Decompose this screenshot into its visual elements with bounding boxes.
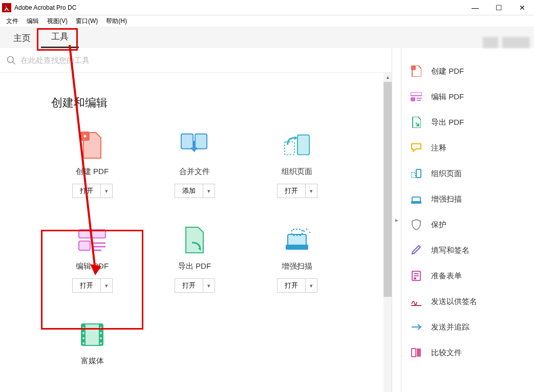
rp-send-track[interactable]: 发送并追踪	[401, 314, 534, 340]
svg-rect-33	[416, 169, 421, 178]
tool-label: 导出 PDF	[178, 262, 211, 271]
menu-view[interactable]: 视图(V)	[43, 16, 72, 27]
protect-icon	[411, 219, 422, 230]
rp-protect[interactable]: 保护	[401, 212, 534, 237]
tool-card-enhance-scan[interactable]: 增强扫描 打开 ▾	[246, 226, 348, 293]
enhance-scan-icon	[411, 193, 422, 205]
rp-item-label: 发送以供签名	[431, 297, 477, 307]
tool-center: 创建和编辑 创建 PDF 打开 ▾	[0, 48, 392, 392]
svg-rect-7	[297, 135, 309, 155]
tool-dropdown-button[interactable]: ▾	[101, 184, 113, 198]
svg-point-26	[100, 337, 102, 339]
rp-item-label: 创建 PDF	[431, 67, 464, 76]
svg-rect-29	[411, 92, 422, 96]
svg-rect-10	[79, 241, 90, 250]
enhance-scan-icon	[283, 226, 311, 254]
rp-compare-files[interactable]: 比较文件	[401, 340, 534, 365]
organize-pages-icon	[411, 168, 422, 179]
tool-open-button[interactable]: 打开	[72, 278, 101, 293]
tab-home[interactable]: 主页	[3, 28, 41, 48]
tool-grid: 创建 PDF 打开 ▾ 合并文件 添加 ▾	[0, 116, 369, 378]
svg-rect-30	[411, 97, 415, 101]
svg-rect-9	[79, 230, 105, 238]
send-signature-icon	[411, 296, 422, 307]
svg-rect-40	[414, 277, 416, 279]
svg-point-24	[100, 327, 102, 329]
rp-export-pdf[interactable]: 导出 PDF	[401, 110, 534, 135]
tool-open-button[interactable]: 打开	[72, 184, 101, 198]
rp-item-label: 比较文件	[431, 348, 462, 358]
edit-pdf-icon	[78, 226, 106, 254]
tool-dropdown-button[interactable]: ▾	[203, 278, 215, 293]
svg-point-25	[100, 332, 102, 334]
close-button[interactable]: ✕	[510, 1, 534, 15]
compare-files-icon	[411, 347, 422, 358]
tool-label: 创建 PDF	[76, 167, 109, 177]
svg-rect-44	[417, 349, 421, 357]
account-label[interactable]	[502, 37, 530, 48]
edit-pdf-icon	[411, 91, 422, 102]
svg-point-22	[82, 337, 84, 339]
tool-card-export-pdf[interactable]: 导出 PDF 打开 ▾	[143, 226, 246, 293]
rp-enhance-scan[interactable]: 增强扫描	[401, 186, 534, 212]
rp-fill-sign[interactable]: 填写和签名	[401, 237, 534, 263]
rp-item-label: 填写和签名	[431, 246, 469, 255]
menu-edit[interactable]: 编辑	[23, 16, 43, 27]
tool-add-button[interactable]: 添加	[175, 184, 203, 198]
vertical-scrollbar[interactable]: ▴	[383, 73, 392, 392]
search-bar	[0, 48, 392, 73]
rp-comment[interactable]: 注释	[401, 135, 534, 161]
svg-rect-28	[411, 66, 416, 70]
maximize-button[interactable]: ☐	[487, 1, 510, 15]
minimize-button[interactable]: —	[463, 1, 487, 15]
rp-item-label: 准备表单	[431, 271, 462, 281]
rp-organize-pages[interactable]: 组织页面	[401, 161, 534, 186]
tool-card-edit-pdf[interactable]: 编辑 PDF 打开 ▾	[41, 226, 143, 293]
tool-label: 组织页面	[282, 167, 312, 177]
tool-open-button[interactable]: 打开	[175, 278, 203, 293]
chevron-right-icon: ▸	[395, 216, 398, 224]
fill-sign-icon	[411, 245, 422, 256]
rp-edit-pdf[interactable]: 编辑 PDF	[401, 84, 534, 110]
rp-prepare-form[interactable]: 准备表单	[401, 263, 534, 289]
tool-card-rich-media[interactable]: 富媒体	[41, 320, 143, 366]
tool-label: 富媒体	[81, 356, 104, 366]
svg-rect-6	[195, 134, 207, 149]
create-pdf-icon	[78, 131, 106, 160]
export-pdf-icon	[411, 117, 422, 128]
search-input[interactable]	[20, 56, 392, 64]
rp-send-for-signature[interactable]: 发送以供签名	[401, 289, 534, 314]
account-area	[483, 37, 534, 48]
tool-card-create-pdf[interactable]: 创建 PDF 打开 ▾	[41, 131, 143, 198]
tab-tools[interactable]: 工具	[41, 27, 79, 48]
tool-open-button[interactable]: 打开	[277, 278, 306, 293]
svg-point-27	[100, 342, 102, 344]
tool-dropdown-button[interactable]: ▾	[101, 278, 113, 293]
section-title-create-edit: 创建和编辑	[0, 73, 392, 116]
scroll-thumb[interactable]	[383, 82, 392, 297]
menu-file[interactable]: 文件	[2, 16, 23, 27]
menu-help[interactable]: 帮助(H)	[102, 16, 131, 27]
organize-pages-icon	[283, 131, 311, 160]
app-icon	[2, 3, 11, 12]
rp-item-label: 组织页面	[431, 169, 462, 179]
rp-item-label: 编辑 PDF	[431, 92, 464, 102]
tool-dropdown-button[interactable]: ▾	[306, 278, 317, 293]
account-avatar[interactable]	[483, 37, 498, 48]
tool-dropdown-button[interactable]: ▾	[203, 184, 215, 198]
tool-open-button[interactable]: 打开	[277, 184, 306, 198]
tool-card-organize-pages[interactable]: 组织页面 打开 ▾	[246, 131, 348, 198]
right-tools-panel: 创建 PDF 编辑 PDF 导出 PDF 注释 组织页面 增强扫描 保护 填写	[401, 48, 534, 392]
tool-card-combine-files[interactable]: 合并文件 添加 ▾	[143, 131, 246, 198]
svg-point-23	[82, 342, 84, 344]
rp-item-label: 导出 PDF	[431, 118, 464, 127]
panel-collapse-button[interactable]: ▸	[392, 48, 401, 392]
search-icon	[6, 55, 16, 66]
rp-create-pdf[interactable]: 创建 PDF	[401, 58, 534, 84]
svg-rect-36	[411, 201, 421, 204]
tool-dropdown-button[interactable]: ▾	[306, 184, 317, 198]
rp-item-label: 注释	[431, 143, 446, 153]
svg-rect-5	[181, 134, 193, 149]
scroll-up-arrow[interactable]: ▴	[383, 73, 392, 81]
menu-window[interactable]: 窗口(W)	[72, 16, 102, 27]
